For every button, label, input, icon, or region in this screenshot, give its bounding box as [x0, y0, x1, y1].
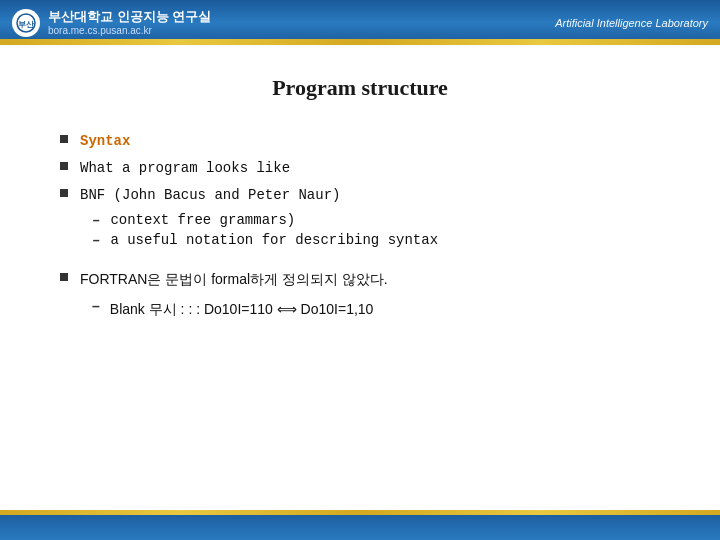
- fortran-sub-text: Blank 무시 : : : Do10I=110 ⟺ Do10I=1,10: [110, 298, 374, 320]
- slide-content: Program structure Syntax What a program …: [0, 45, 720, 510]
- bullet-square-icon: [60, 189, 68, 197]
- sub-bullet-text-1: context free grammars): [110, 212, 295, 228]
- list-item: BNF (John Bacus and Peter Naur): [60, 185, 660, 206]
- footer-bar: [0, 510, 720, 540]
- fortran-sub-item: – Blank 무시 : : : Do10I=110 ⟺ Do10I=1,10: [92, 298, 660, 320]
- header-left: 부산 부산대학교 인공지능 연구실 bora.me.cs.pusan.ac.kr: [12, 9, 211, 37]
- header-logo-text: 부산대학교 인공지능 연구실 bora.me.cs.pusan.ac.kr: [48, 9, 211, 37]
- footer-stripe: [0, 510, 720, 515]
- dash-icon: –: [92, 298, 100, 314]
- sub-list-item: – context free grammars): [92, 212, 660, 228]
- bullet-square-icon: [60, 135, 68, 143]
- list-item: What a program looks like: [60, 158, 660, 179]
- bullet-square-icon: [60, 162, 68, 170]
- sub-list-item: – a useful notation for describing synta…: [92, 232, 660, 248]
- fortran-section: FORTRAN은 문법이 formal하게 정의되지 않았다. – Blank …: [60, 268, 660, 321]
- dash-icon: –: [92, 212, 100, 228]
- bullet-text-syntax: Syntax: [80, 131, 130, 152]
- lab-name: Artificial Intelligence Laboratory: [555, 17, 708, 29]
- sub-bullet-text-2: a useful notation for describing syntax: [110, 232, 438, 248]
- header-bar: 부산 부산대학교 인공지능 연구실 bora.me.cs.pusan.ac.kr…: [0, 0, 720, 45]
- slide-title: Program structure: [60, 75, 660, 101]
- bullets-section: Syntax What a program looks like BNF (Jo…: [60, 131, 660, 248]
- university-name: 부산대학교 인공지능 연구실: [48, 9, 211, 26]
- bullet-text-bnf: BNF (John Bacus and Peter Naur): [80, 185, 340, 206]
- fortran-list-item: FORTRAN은 문법이 formal하게 정의되지 않았다.: [60, 268, 660, 290]
- bullet-square-icon: [60, 273, 68, 281]
- dash-icon: –: [92, 232, 100, 248]
- bullet-text-what: What a program looks like: [80, 158, 290, 179]
- list-item: Syntax: [60, 131, 660, 152]
- svg-text:부산: 부산: [18, 20, 35, 29]
- logo-circle: 부산: [12, 9, 40, 37]
- university-url: bora.me.cs.pusan.ac.kr: [48, 25, 211, 36]
- fortran-main-text: FORTRAN은 문법이 formal하게 정의되지 않았다.: [80, 268, 388, 290]
